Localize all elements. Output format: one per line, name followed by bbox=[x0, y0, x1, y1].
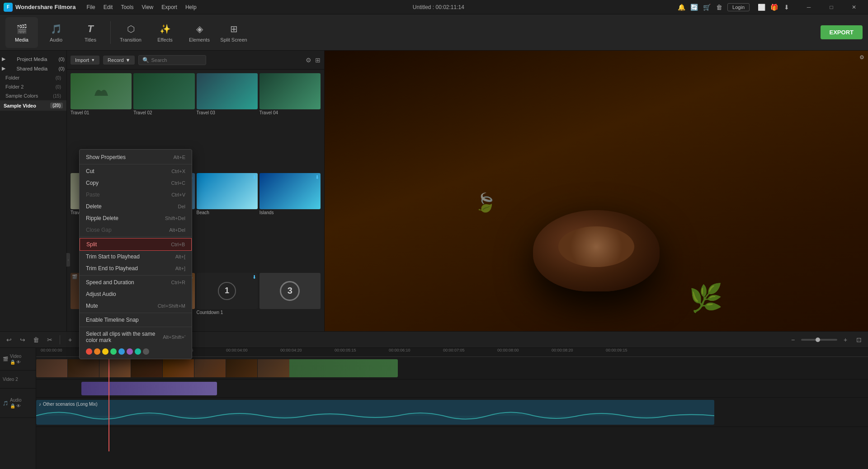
filter-button[interactable]: ⚙ bbox=[306, 56, 311, 64]
menu-file[interactable]: File bbox=[83, 3, 99, 11]
track-lock-icon[interactable]: 🔒 bbox=[10, 360, 15, 365]
add-video-button[interactable]: + bbox=[65, 334, 75, 345]
project-media-section[interactable]: ▶ Project Media (0) bbox=[0, 54, 66, 64]
ctx-show-properties[interactable]: Show Properties Alt+E bbox=[80, 151, 192, 163]
track-eye-icon[interactable]: 👁 bbox=[16, 360, 21, 365]
toolbar-media[interactable]: 🎬 Media bbox=[5, 17, 38, 48]
secondary-clip[interactable] bbox=[81, 382, 217, 395]
menu-view[interactable]: View bbox=[138, 3, 157, 11]
ruler-10: 00:00:09:15 bbox=[606, 348, 627, 352]
trash-icon[interactable]: 🗑 bbox=[715, 3, 724, 12]
ctx-split[interactable]: Split Ctrl+B bbox=[80, 238, 192, 251]
sync-icon[interactable]: 🔄 bbox=[689, 3, 698, 12]
ctx-select-same-color[interactable]: Select all clips with the same color mar… bbox=[80, 328, 192, 346]
ruler-4: 00:00:04:20 bbox=[280, 348, 302, 352]
ctx-mute[interactable]: Mute Ctrl+Shift+M bbox=[80, 300, 192, 312]
ctx-divider-3 bbox=[80, 275, 192, 276]
panel-collapse-handle[interactable]: ‹ bbox=[66, 253, 70, 267]
zoom-in-button[interactable]: + bbox=[840, 334, 851, 345]
redo-button[interactable]: ↪ bbox=[17, 334, 28, 345]
ctx-copy[interactable]: Copy Ctrl+C bbox=[80, 177, 192, 189]
view-toggle-button[interactable]: ⊞ bbox=[315, 56, 321, 64]
video-track-name: Video bbox=[10, 354, 21, 359]
ctx-enable-snap-label: Enable Timeline Snap bbox=[86, 317, 139, 323]
audio-lock-icon[interactable]: 🔒 bbox=[10, 403, 15, 408]
login-button[interactable]: Login bbox=[727, 3, 750, 11]
maximize-button[interactable]: □ bbox=[821, 0, 842, 14]
record-button[interactable]: Record ▼ bbox=[103, 56, 135, 65]
cut-button[interactable]: ✂ bbox=[44, 334, 55, 345]
ctx-delete[interactable]: Delete Del bbox=[80, 201, 192, 212]
ctx-enable-snap[interactable]: Enable Timeline Snap bbox=[80, 314, 192, 326]
ctx-adjust-audio[interactable]: Adjust Audio bbox=[80, 288, 192, 300]
shared-media-section[interactable]: ▶ Shared Media (0) bbox=[0, 64, 66, 73]
media-thumb-islands[interactable]: ⬇ Islands bbox=[259, 173, 321, 271]
ctx-close-gap-shortcut: Alt+Del bbox=[169, 227, 185, 233]
ctx-cut[interactable]: Cut Ctrl+X bbox=[80, 165, 192, 177]
search-icon: 🔍 bbox=[142, 57, 149, 63]
toolbar-transition[interactable]: ⬡ Transition bbox=[114, 17, 147, 48]
toolbar-splitscreen[interactable]: ⊞ Split Screen bbox=[217, 17, 250, 48]
sample-video-item[interactable]: Sample Video (20) bbox=[0, 100, 66, 111]
menu-export[interactable]: Export bbox=[158, 3, 181, 11]
color-dot-orange[interactable] bbox=[94, 348, 100, 355]
notification-icon[interactable]: 🔔 bbox=[677, 3, 686, 12]
close-button[interactable]: ✕ bbox=[844, 0, 864, 14]
color-dot-green[interactable] bbox=[110, 348, 117, 355]
ctx-delete-label: Delete bbox=[86, 203, 102, 210]
toolbar-audio[interactable]: 🎵 Audio bbox=[40, 17, 72, 48]
sample-colors-item[interactable]: Sample Colors (15) bbox=[0, 91, 66, 100]
toolbar-titles[interactable]: T Titles bbox=[74, 17, 107, 48]
color-dot-gray[interactable] bbox=[143, 348, 149, 355]
sample-video-label: Sample Video bbox=[4, 103, 36, 108]
export-button[interactable]: EXPORT bbox=[821, 25, 863, 39]
toolbar-elements[interactable]: ◈ Elements bbox=[183, 17, 216, 48]
media-thumb-beach[interactable]: ⬇ Beach bbox=[197, 173, 258, 271]
import-arrow-icon: ▼ bbox=[91, 58, 95, 62]
ctx-trim-end[interactable]: Trim End to Playhead Alt+] bbox=[80, 263, 192, 274]
media-thumb-travel03[interactable]: Travel 03 bbox=[197, 73, 258, 171]
color-dot-blue[interactable] bbox=[118, 348, 125, 355]
toolbar-effects[interactable]: ✨ Effects bbox=[149, 17, 181, 48]
color-dot-purple[interactable] bbox=[127, 348, 133, 355]
secondary-track-name: Video 2 bbox=[3, 377, 18, 382]
undo-button[interactable]: ↩ bbox=[4, 334, 14, 345]
toolbar-titles-label: Titles bbox=[85, 37, 96, 42]
main-video-clip[interactable] bbox=[36, 359, 398, 377]
download-icon[interactable]: ⬇ bbox=[782, 3, 791, 12]
menu-edit[interactable]: Edit bbox=[100, 3, 117, 11]
delete-clip-button[interactable]: 🗑 bbox=[31, 334, 42, 345]
minimize-button[interactable]: ─ bbox=[798, 0, 819, 14]
color-dot-yellow[interactable] bbox=[102, 348, 108, 355]
ctx-ripple-delete[interactable]: Ripple Delete Shift+Del bbox=[80, 212, 192, 224]
color-dot-teal[interactable] bbox=[135, 348, 141, 355]
ctx-trim-start[interactable]: Trim Start to Playhead Alt+[ bbox=[80, 251, 192, 263]
shared-media-arrow: ▶ bbox=[2, 66, 5, 71]
fit-timeline-button[interactable]: ⊡ bbox=[854, 334, 864, 345]
folder2-item[interactable]: Folder 2 (0) bbox=[0, 82, 66, 91]
menu-help[interactable]: Help bbox=[182, 3, 200, 11]
gift-icon[interactable]: 🎁 bbox=[769, 3, 778, 12]
ctx-speed-duration[interactable]: Speed and Duration Ctrl+R bbox=[80, 277, 192, 288]
search-input[interactable] bbox=[151, 57, 202, 63]
audio-track-name: Audio bbox=[10, 398, 22, 403]
titles-icon: T bbox=[84, 23, 97, 35]
cart-icon[interactable]: 🛒 bbox=[702, 3, 711, 12]
window-controls: ─ □ ✕ bbox=[798, 0, 864, 14]
folder-item[interactable]: Folder (0) bbox=[0, 73, 66, 82]
menu-tools[interactable]: Tools bbox=[117, 3, 137, 11]
audio-clip[interactable]: ♪ Other scenarios (Long Mix) bbox=[36, 400, 714, 425]
beach-download-icon: ⬇ bbox=[252, 174, 256, 180]
import-button[interactable]: Import ▼ bbox=[71, 56, 99, 65]
media-thumb-travel04[interactable]: Travel 04 bbox=[259, 73, 321, 171]
record-label: Record bbox=[108, 57, 123, 63]
preview-settings-icon[interactable]: ⚙ bbox=[859, 54, 864, 61]
zoom-slider[interactable] bbox=[801, 339, 837, 341]
search-box[interactable]: 🔍 bbox=[138, 55, 206, 65]
zoom-out-button[interactable]: − bbox=[788, 334, 798, 345]
audio-eye-icon[interactable]: 👁 bbox=[16, 403, 21, 408]
ctx-adjust-audio-label: Adjust Audio bbox=[86, 291, 116, 297]
color-dot-red[interactable] bbox=[86, 348, 92, 355]
restore-icon[interactable]: ⬜ bbox=[757, 3, 766, 12]
count3-label bbox=[259, 309, 321, 311]
